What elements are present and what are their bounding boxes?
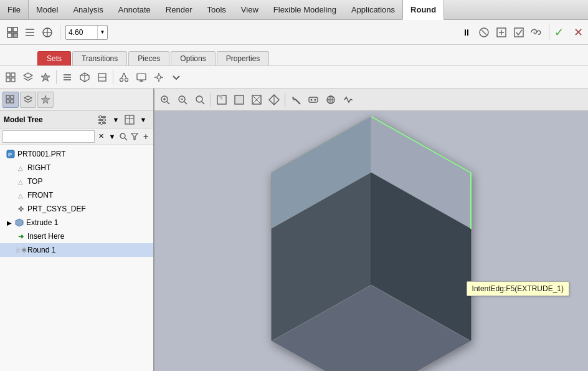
tree-item-insert[interactable]: ➜ Insert Here [0, 229, 153, 243]
panel-icon-star[interactable] [37, 92, 54, 108]
tb-icon-box-plus[interactable] [494, 25, 509, 40]
tree-table-icon[interactable] [123, 113, 136, 126]
tb2-sep-2 [113, 70, 113, 84]
svg-line-11 [481, 30, 486, 35]
tb2-icon-display[interactable] [133, 69, 149, 85]
tree-dropdown2-icon[interactable]: ▼ [137, 113, 149, 126]
menu-tools[interactable]: Tools [199, 0, 233, 19]
svg-point-30 [120, 78, 123, 81]
radius-dropdown-arrow[interactable]: ▼ [97, 26, 107, 39]
top-label: TOP [27, 177, 42, 186]
radius-input[interactable]: 4.60 [66, 28, 97, 37]
tree-item-round1[interactable]: ☆✱ Round 1 [0, 243, 153, 257]
vp-zoom-in[interactable] [157, 92, 173, 108]
tb2-icon-layers[interactable] [20, 69, 36, 85]
tree-dropdown-icon[interactable]: ▼ [110, 113, 122, 126]
tab-sets[interactable]: Sets [37, 51, 71, 65]
svg-line-32 [121, 73, 124, 79]
svg-rect-18 [6, 78, 10, 82]
svg-marker-59 [131, 133, 138, 140]
svg-marker-62 [16, 219, 23, 226]
svg-line-33 [124, 73, 126, 79]
right-label: RIGHT [27, 163, 50, 172]
left-panel: Model Tree ▼ [0, 89, 154, 371]
tb-separator-2 [549, 25, 549, 40]
tb2-icon-list[interactable] [59, 69, 75, 85]
tb2-icon-box2[interactable] [94, 69, 110, 85]
svg-marker-20 [24, 73, 32, 78]
right-icon: △ [15, 165, 26, 171]
menu-flexible-modeling[interactable]: Flexible Modeling [266, 0, 344, 19]
svg-rect-0 [7, 27, 12, 32]
front-icon: △ [15, 192, 26, 199]
viewport[interactable]: IntentEdg:F5(EXTRUDE_1) [154, 89, 588, 371]
menu-model[interactable]: Model [29, 0, 65, 19]
menu-view[interactable]: View [234, 0, 266, 19]
round1-star-icon: ☆✱ [15, 246, 26, 254]
tb-icon-circle-x[interactable] [477, 25, 491, 40]
tb-icon-2[interactable] [22, 25, 37, 40]
tab-options[interactable]: Options [171, 51, 215, 65]
vp-zoom-fit[interactable] [192, 92, 208, 108]
tree-item-prt[interactable]: P PRT0001.PRT [0, 147, 153, 161]
tree-search-icon[interactable] [118, 131, 128, 142]
menu-annotate[interactable]: Annotate [111, 0, 158, 19]
tree-add-icon[interactable]: + [141, 131, 151, 142]
tb2-icon-arrow[interactable] [168, 69, 184, 85]
svg-point-31 [125, 78, 128, 81]
vp-display-1[interactable] [214, 92, 230, 108]
panel-icon-layers[interactable] [20, 92, 36, 108]
tab-properties[interactable]: Properties [217, 51, 270, 65]
panel-icon-grid[interactable] [2, 92, 19, 108]
front-label: FRONT [27, 191, 53, 200]
tree-search-input[interactable] [2, 130, 95, 143]
tree-item-csys[interactable]: ✤ PRT_CSYS_DEF [0, 202, 153, 216]
tb-icon-loops[interactable] [529, 25, 544, 40]
tree-settings-icon[interactable] [96, 113, 108, 126]
svg-rect-44 [6, 100, 9, 103]
tab-pieces[interactable]: Pieces [128, 51, 169, 65]
tree-item-front[interactable]: △ FRONT [0, 188, 153, 202]
tb2-icon-grid[interactable] [2, 69, 19, 85]
tb-icon-3[interactable] [40, 25, 55, 40]
menu-render[interactable]: Render [158, 0, 200, 19]
tree-filter-icon[interactable] [130, 131, 140, 142]
svg-rect-3 [13, 33, 17, 37]
tb2-icon-cut[interactable] [116, 69, 132, 85]
svg-text:P: P [8, 152, 12, 158]
svg-rect-2 [7, 33, 12, 37]
tree-search-dropdown[interactable]: ▼ [107, 131, 117, 142]
svg-rect-1 [13, 27, 17, 32]
extrude1-icon [14, 218, 25, 227]
menu-applications[interactable]: Applications [344, 0, 402, 19]
menu-analysis[interactable]: Analysis [65, 0, 110, 19]
tree-item-right[interactable]: △ RIGHT [0, 161, 153, 175]
tree-search-x[interactable]: ✕ [96, 131, 106, 142]
svg-point-51 [99, 115, 102, 118]
svg-rect-42 [6, 95, 9, 99]
svg-point-57 [120, 133, 125, 138]
tooltip: IntentEdg:F5(EXTRUDE_1) [467, 281, 569, 296]
radius-input-box[interactable]: 4.60 ▼ [65, 25, 108, 40]
extrude1-expand[interactable]: ▶ [5, 219, 14, 226]
pause-icon[interactable]: ⏸ [459, 25, 474, 40]
menu-round[interactable]: Round [402, 0, 444, 20]
tree-item-top[interactable]: △ TOP [0, 175, 153, 188]
tb2-icon-settings[interactable] [151, 69, 167, 85]
tb2-icon-cube[interactable] [77, 69, 93, 85]
vp-zoom-out[interactable] [174, 92, 191, 108]
svg-marker-46 [24, 96, 32, 100]
svg-point-52 [103, 118, 105, 121]
tab-transitions[interactable]: Transitions [72, 51, 127, 65]
svg-rect-45 [11, 100, 14, 103]
tb2-icon-star[interactable] [37, 69, 54, 85]
tb-icon-box-check[interactable] [511, 25, 526, 40]
csys-label: PRT_CSYS_DEF [27, 205, 86, 213]
tree-header: Model Tree ▼ [0, 111, 153, 128]
accept-button[interactable]: ✓ [554, 26, 564, 39]
menu-file[interactable]: File [0, 0, 29, 19]
cancel-button[interactable]: ✕ [574, 26, 583, 39]
tb-icon-1[interactable] [5, 25, 20, 40]
tree-item-extrude1[interactable]: ▶ Extrude 1 [0, 216, 153, 229]
svg-line-64 [167, 102, 169, 104]
